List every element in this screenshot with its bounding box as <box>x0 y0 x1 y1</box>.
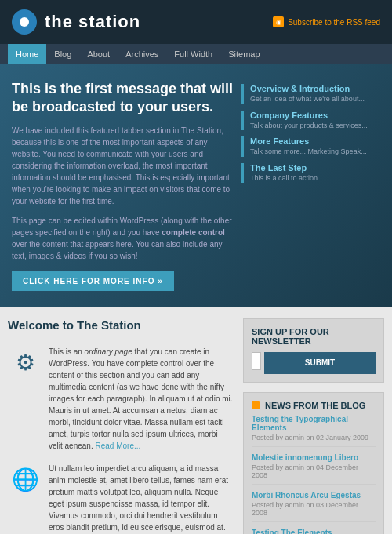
rss-link[interactable]: ◉ Subscribe to the RSS feed <box>273 16 380 27</box>
hero-feature-text-2: Talk some more... Marketing Speak... <box>250 147 380 157</box>
read-more-0[interactable]: Read More... <box>96 441 141 450</box>
blog-item-2: Morbi Rhoncus Arcu Egestas Posted by adm… <box>252 491 376 522</box>
newsletter-title: SIGN UP FOR OUR NEWSLETTER <box>252 327 376 346</box>
blog-item-title-3[interactable]: Testing The Elements <box>252 529 376 534</box>
news-box: NEWS FROM THE BLOG Testing the Typograph… <box>243 392 384 534</box>
nav-item-sitemap[interactable]: Sitemap <box>220 44 267 64</box>
article-icon-1: 🌐 <box>8 463 42 497</box>
sidebar: SIGN UP FOR OUR NEWSLETTER SUBMIT NEWS F… <box>243 318 384 534</box>
blog-item-title-1[interactable]: Molestie innomenung Libero <box>252 453 376 462</box>
news-title: NEWS FROM THE BLOG <box>265 401 365 410</box>
hero-feature-title-2: More Features <box>250 136 380 146</box>
hero-feature-text-1: Talk about your products & services... <box>250 122 380 131</box>
hero-feature-title-3: The Last Step <box>250 163 380 173</box>
main-content: Welcome to The Station ⚙ This is an ordi… <box>8 318 243 534</box>
blog-item-1: Molestie innomenung Libero Posted by adm… <box>252 453 376 485</box>
logo-icon <box>12 9 37 35</box>
nav-item-home[interactable]: Home <box>8 44 46 64</box>
hero-section: This is the first message that will be b… <box>0 64 392 307</box>
hero-feature-text-3: This is a call to action. <box>250 174 380 183</box>
blog-item-title-2[interactable]: Morbi Rhoncus Arcu Egestas <box>252 491 376 499</box>
gear-icon: ⚙ <box>16 350 35 376</box>
nav-item-blog[interactable]: Blog <box>46 44 79 64</box>
hero-feature-title-1: Company Features <box>250 111 380 120</box>
globe-icon: 🌐 <box>12 467 39 492</box>
hero-feature-text-0: Get an idea of what we're all about... <box>250 95 380 104</box>
blog-item-meta-2: Posted by admin on 03 December 2008 <box>252 501 376 517</box>
hero-feature-1: Company Features Talk about your product… <box>241 111 380 131</box>
hero-right: Overview & Introduction Get an idea of w… <box>241 80 380 291</box>
site-title: the station <box>45 12 140 32</box>
blog-item-meta-1: Posted by admin on 04 December 2008 <box>252 463 376 479</box>
article-0: ⚙ This is an ordinary page that you can … <box>8 346 234 452</box>
article-text-0: This is an ordinary page that you can cr… <box>49 346 234 452</box>
newsletter-box: SIGN UP FOR OUR NEWSLETTER SUBMIT <box>243 318 384 383</box>
logo-area: the station <box>12 9 140 35</box>
header: the station ◉ Subscribe to the RSS feed <box>0 0 392 44</box>
logo-inner <box>20 17 29 27</box>
article-body-1: Ut nullam leo imperdiet arcu aliquam, a … <box>49 463 234 534</box>
blog-item-0: Testing the Typographical Elements Poste… <box>252 415 376 447</box>
article-text-1: Ut nullam leo imperdiet arcu aliquam, a … <box>49 463 234 534</box>
newsletter-form: SUBMIT <box>252 352 376 374</box>
nav-item-archives[interactable]: Archives <box>118 44 166 64</box>
content-area: Welcome to The Station ⚙ This is an ordi… <box>0 307 392 534</box>
newsletter-submit[interactable]: SUBMIT <box>264 352 376 374</box>
rss-label: Subscribe to the RSS feed <box>288 18 380 27</box>
article-1: 🌐 Ut nullam leo imperdiet arcu aliquam, … <box>8 463 234 534</box>
nav-item-fullwidth[interactable]: Full Width <box>166 44 220 64</box>
nav-item-about[interactable]: About <box>79 44 118 64</box>
blog-item-title-0[interactable]: Testing the Typographical Elements <box>252 415 376 432</box>
blog-item-3: Testing The Elements Posted by admin on … <box>252 529 376 534</box>
hero-feature-0: Overview & Introduction Get an idea of w… <box>241 84 380 104</box>
rss-news-icon <box>252 401 260 409</box>
article-icon-0: ⚙ <box>8 346 42 380</box>
hero-feature-title-0: Overview & Introduction <box>250 84 380 93</box>
rss-icon: ◉ <box>273 16 284 27</box>
hero-feature-3: The Last Step This is a call to action. <box>241 163 380 183</box>
welcome-title: Welcome to The Station <box>8 318 234 336</box>
hero-cta-button[interactable]: CLICK HERE FOR MORE INFO » <box>12 271 174 291</box>
hero-text2: This page can be edited within WordPress… <box>12 215 234 262</box>
hero-title: This is the first message that will be b… <box>12 80 234 117</box>
hero-left: This is the first message that will be b… <box>12 80 234 291</box>
hero-feature-2: More Features Talk some more... Marketin… <box>241 136 380 157</box>
newsletter-input[interactable] <box>252 352 261 370</box>
hero-text1: We have included this featured tabber se… <box>12 125 234 207</box>
main-nav: Home Blog About Archives Full Width Site… <box>0 44 392 64</box>
article-body-0: This is an ordinary page that you can cr… <box>49 346 234 452</box>
blog-item-meta-0: Posted by admin on 02 January 2009 <box>252 434 376 441</box>
